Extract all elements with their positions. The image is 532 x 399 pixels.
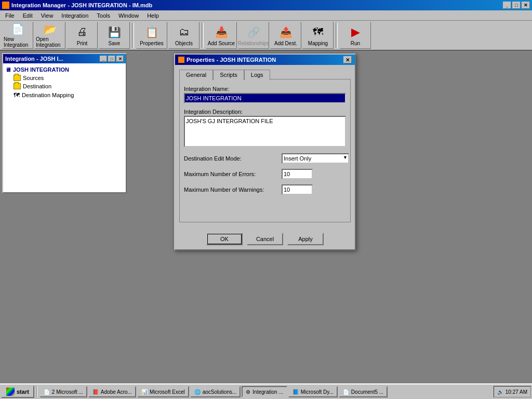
print-icon: 🖨	[75, 25, 89, 39]
integration-name-input[interactable]	[184, 93, 346, 103]
menu-tools[interactable]: Tools	[92, 11, 114, 20]
dest-edit-mode-row: Destination Edit Mode: Insert Only Updat…	[184, 153, 346, 164]
menu-integration[interactable]: Integration	[57, 11, 92, 20]
toolbar-sep-1	[132, 23, 134, 48]
integration-desc-textarea[interactable]: JOSH'S GJ INTERGRATION FILE	[184, 116, 346, 147]
tree-item-destination-mapping[interactable]: 🗺 Destination Mapping	[5, 90, 124, 100]
max-warnings-input[interactable]	[282, 184, 313, 195]
tab-general[interactable]: General	[179, 70, 213, 80]
max-warnings-label: Maximum Number of Warnings:	[184, 187, 277, 193]
dest-edit-mode-select[interactable]: Insert Only Update Only Insert or Update	[282, 153, 349, 164]
add-source-icon: 📥	[214, 25, 229, 39]
taskbar-icon-msdy: 📘	[292, 389, 299, 395]
apply-button[interactable]: Apply	[287, 233, 324, 245]
taskbar-speaker-icon: 🔊	[497, 389, 503, 395]
ok-button[interactable]: OK	[206, 233, 243, 245]
mapping-button[interactable]: 🗺 Mapping	[302, 22, 334, 49]
properties-dialog: Properties - JOSH INTEGRATION ✕ General …	[174, 54, 356, 250]
run-icon: ▶	[348, 25, 363, 39]
run-label: Run	[351, 41, 360, 46]
tree-root[interactable]: 🖥 JOSH INTEGRATION	[5, 65, 124, 74]
cancel-button[interactable]: Cancel	[247, 233, 283, 245]
start-label: start	[17, 389, 29, 395]
add-source-label: Add Source	[208, 41, 235, 46]
add-dest-icon: 📤	[278, 25, 293, 39]
taskbar-item-excel[interactable]: 📊 Microsoft Excel	[137, 386, 189, 397]
taskbar-item-msdy[interactable]: 📘 Microsoft Dy...	[288, 386, 338, 397]
dialog-footer: OK Cancel Apply	[175, 229, 355, 249]
menu-edit[interactable]: Edit	[19, 11, 37, 20]
minimize-button[interactable]: _	[503, 2, 511, 9]
maximize-button[interactable]: □	[512, 2, 521, 9]
int-maximize-button[interactable]: □	[108, 56, 115, 62]
integration-desc-label: Integration Description:	[184, 109, 346, 115]
max-errors-row: Maximum Number of Errors:	[184, 169, 346, 179]
menu-window[interactable]: Window	[114, 11, 143, 20]
int-minimize-button[interactable]: _	[100, 56, 107, 62]
save-button[interactable]: 💾 Save	[99, 22, 130, 49]
tab-content-general: Integration Name: Integration Descriptio…	[179, 79, 351, 222]
properties-button[interactable]: 📋 Properties	[136, 22, 167, 49]
start-button[interactable]: start	[1, 385, 34, 398]
taskbar-item-microsoft1[interactable]: 📄 2 Microsoft ...	[39, 386, 87, 397]
integration-window: Integration - JOSH I... _ □ ✕ 🖥 JOSH INT…	[2, 53, 127, 193]
toolbar: 📄 New Integration 📂 Open Integration 🖨 P…	[0, 21, 532, 51]
taskbar-item-integration[interactable]: ⚙ Integration ...	[242, 386, 287, 397]
max-errors-label: Maximum Number of Errors:	[184, 171, 277, 177]
start-icon	[6, 388, 15, 396]
integration-tree-content: 🖥 JOSH INTEGRATION Sources Destination 🗺…	[3, 63, 126, 192]
taskbar-label-adobe: Adobe Acro...	[101, 389, 132, 395]
mapping-icon: 🗺	[311, 25, 325, 39]
dialog-title-bar: Properties - JOSH INTEGRATION ✕	[175, 55, 355, 65]
integration-name-group: Integration Name:	[184, 86, 346, 103]
open-integration-label: Open Integration	[36, 36, 64, 48]
print-button[interactable]: 🖨 Print	[66, 22, 98, 49]
taskbar-label-microsoft1: 2 Microsoft ...	[52, 389, 83, 395]
taskbar-icon-adobe: 📕	[92, 389, 99, 395]
properties-icon: 📋	[144, 25, 159, 39]
max-errors-input[interactable]	[282, 169, 313, 179]
taskbar-label-document5: Document5 ...	[351, 389, 383, 395]
destination-folder-icon	[14, 83, 21, 89]
window-controls: _ □ ✕	[503, 2, 530, 9]
menu-bar: File Edit View Integration Tools Window …	[0, 10, 532, 21]
save-label: Save	[109, 41, 121, 46]
dialog-title-icon	[178, 57, 184, 63]
print-label: Print	[77, 41, 88, 46]
add-source-button[interactable]: 📥 Add Source	[206, 22, 237, 49]
taskbar-label-aoc: aocSolutions...	[203, 389, 237, 395]
add-dest-label: Add Dest.	[274, 41, 297, 46]
objects-icon: 🗂	[177, 25, 191, 39]
relationships-label: Relationships	[238, 41, 269, 46]
tree-item-sources[interactable]: Sources	[5, 74, 124, 82]
menu-help[interactable]: Help	[143, 11, 163, 20]
new-integration-icon: 📄	[10, 23, 25, 35]
tab-scripts[interactable]: Scripts	[213, 70, 244, 80]
dialog-body: General Scripts Logs Integration Name: I…	[175, 65, 355, 227]
relationships-button[interactable]: 🔗 Relationships	[238, 22, 269, 49]
dest-edit-mode-label: Destination Edit Mode:	[184, 155, 277, 162]
tab-logs[interactable]: Logs	[244, 70, 270, 80]
int-close-button[interactable]: ✕	[116, 56, 124, 62]
taskbar-item-adobe[interactable]: 📕 Adobe Acro...	[88, 386, 136, 397]
taskbar-item-document5[interactable]: 📄 Document5 ...	[339, 386, 388, 397]
relationships-icon: 🔗	[246, 25, 261, 39]
menu-view[interactable]: View	[37, 11, 58, 20]
open-integration-button[interactable]: 📂 Open Integration	[34, 22, 65, 49]
integration-window-controls: _ □ ✕	[100, 56, 124, 62]
menu-file[interactable]: File	[1, 11, 19, 20]
tab-bar: General Scripts Logs	[179, 69, 351, 79]
run-button[interactable]: ▶ Run	[340, 22, 371, 49]
tree-root-label: JOSH INTEGRATION	[13, 66, 69, 73]
tree-item-destination[interactable]: Destination	[5, 82, 124, 90]
tree-item-destination-mapping-label: Destination Mapping	[22, 92, 74, 98]
objects-button[interactable]: 🗂 Objects	[168, 22, 200, 49]
taskbar-item-aoc[interactable]: 🌐 aocSolutions...	[190, 386, 241, 397]
dialog-close-button[interactable]: ✕	[343, 56, 352, 63]
new-integration-button[interactable]: 📄 New Integration	[2, 22, 33, 49]
close-button[interactable]: ✕	[522, 2, 530, 9]
add-dest-button[interactable]: 📤 Add Dest.	[270, 22, 301, 49]
new-integration-label: New Integration	[4, 36, 32, 48]
spacer	[184, 200, 346, 216]
dest-edit-mode-select-wrapper: Insert Only Update Only Insert or Update…	[282, 153, 349, 164]
